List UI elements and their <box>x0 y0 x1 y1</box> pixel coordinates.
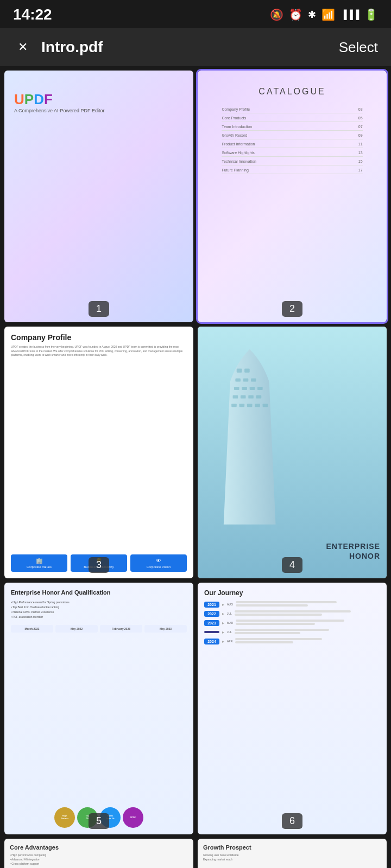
page-number-5: 5 <box>89 813 109 829</box>
journey-items: 2021 ▸ AUG 2022 ▸ JUL 2023 ▸ MAR <box>204 601 380 644</box>
svg-rect-17 <box>263 404 268 407</box>
svg-rect-10 <box>241 395 246 399</box>
cat-line-6: Software Highlights13 <box>222 151 362 157</box>
svg-rect-5 <box>234 387 239 390</box>
journey-row-1: 2021 ▸ AUG <box>204 601 380 608</box>
alarm-icon: ⏰ <box>289 8 302 21</box>
updf-subtitle: A Comprehensive AI-Powered PDF Editor <box>14 108 105 113</box>
cp-box-3: 👁 Corporate Vision <box>130 554 187 572</box>
svg-rect-14 <box>239 404 245 407</box>
partial-title-8: Growth Prospect <box>203 844 381 851</box>
partial-page-7[interactable]: Core Advantages • High performance compu… <box>4 839 193 868</box>
bluetooth-icon: ✱ <box>308 9 316 21</box>
svg-rect-9 <box>233 395 238 399</box>
year-2023-1: 2023 <box>204 620 219 626</box>
page-number-2: 2 <box>282 301 302 317</box>
cp-text: UPDF created the business from the very … <box>11 345 187 358</box>
catalogue-lines: Company Profile03 Core Products05 Team I… <box>222 107 362 174</box>
cat-line-4: Growth Record09 <box>222 133 362 139</box>
cat-line-2: Core Products05 <box>222 116 362 122</box>
ehq-title: Enterprise Honor And Qualification <box>11 589 187 596</box>
oj-title: Our Journey <box>204 589 380 597</box>
partial-page-8[interactable]: Growth Prospect Growing user base worldw… <box>198 839 387 868</box>
year-2022: 2022 <box>204 611 219 617</box>
page-thumb-4[interactable]: ENTERPRISEHONOR 4 <box>198 327 387 578</box>
cat-line-5: Product Information11 <box>222 142 362 148</box>
svg-rect-6 <box>242 387 247 390</box>
cp-title: Company Profile <box>11 333 187 342</box>
page-number-1: 1 <box>89 301 109 317</box>
page-thumb-6[interactable]: Our Journey 2021 ▸ AUG 2022 ▸ JUL 2023 ▸ <box>198 583 387 834</box>
journey-row-4: ▸ JUL <box>204 629 380 635</box>
page-number-4: 4 <box>282 557 302 573</box>
page-2-content: CATALOGUE Company Profile03 Core Product… <box>198 71 387 322</box>
journey-row-3: 2023 ▸ MAR <box>204 620 380 626</box>
svg-rect-3 <box>243 379 249 382</box>
svg-rect-7 <box>250 387 255 390</box>
catalogue-title: CATALOGUE <box>258 87 325 97</box>
svg-rect-16 <box>255 404 260 407</box>
badge-4: XPDF <box>123 807 143 828</box>
svg-rect-8 <box>257 387 263 390</box>
select-button[interactable]: Select <box>339 39 378 56</box>
year-2024: 2024 <box>204 639 219 644</box>
page-6-content: Our Journey 2021 ▸ AUG 2022 ▸ JUL 2023 ▸ <box>198 583 387 834</box>
svg-rect-1 <box>244 369 250 373</box>
cat-line-8: Future Planning17 <box>222 168 362 174</box>
svg-rect-12 <box>256 395 262 399</box>
page-number-6: 6 <box>282 813 302 829</box>
file-title: Intro.pdf <box>41 39 103 56</box>
ehq-lines: • High Performance award for Spring prom… <box>11 600 187 620</box>
svg-rect-15 <box>247 404 253 407</box>
partial-title-7: Core Advantages <box>10 844 188 851</box>
svg-rect-11 <box>248 395 254 399</box>
page-4-content: ENTERPRISEHONOR <box>198 327 387 578</box>
cat-line-3: Team Introduction07 <box>222 125 362 131</box>
enterprise-honor-title: ENTERPRISEHONOR <box>326 541 380 561</box>
signal-icon: ▐▐▐ <box>340 10 359 20</box>
page-thumb-2[interactable]: CATALOGUE Company Profile03 Core Product… <box>198 71 387 322</box>
cp-box-1: 🏢 Corporate Values <box>11 554 67 572</box>
battery-icon: 🔋 <box>364 8 378 21</box>
header-left: ✕ Intro.pdf <box>13 37 103 57</box>
badge-1: HighPartner <box>54 807 75 828</box>
status-icons: 🔕 ⏰ ✱ 📶 ▐▐▐ 🔋 <box>270 8 378 21</box>
svg-rect-0 <box>237 369 242 373</box>
status-bar: 14:22 🔕 ⏰ ✱ 📶 ▐▐▐ 🔋 <box>0 0 391 28</box>
header: ✕ Intro.pdf Select <box>0 28 391 66</box>
page-3-content: Company Profile UPDF created the busines… <box>4 327 193 578</box>
year-2021: 2021 <box>204 602 219 608</box>
wifi-icon: 📶 <box>321 8 335 21</box>
journey-row-2: 2022 ▸ JUL <box>204 610 380 617</box>
page-1-content: UPDF A Comprehensive AI-Powered PDF Edit… <box>4 71 193 322</box>
page-thumb-1[interactable]: UPDF A Comprehensive AI-Powered PDF Edit… <box>4 71 193 322</box>
eh-text: ENTERPRISEHONOR <box>326 541 380 561</box>
page-5-content: Enterprise Honor And Qualification • Hig… <box>4 583 193 834</box>
svg-rect-2 <box>235 379 241 382</box>
svg-rect-13 <box>231 404 237 407</box>
updf-logo: UPDF <box>14 91 53 108</box>
svg-rect-4 <box>251 379 256 382</box>
pages-grid: UPDF A Comprehensive AI-Powered PDF Edit… <box>0 66 391 839</box>
cat-line-7: Technical Innovation15 <box>222 159 362 165</box>
building-svg <box>198 327 301 540</box>
page-number-3: 3 <box>89 557 109 573</box>
ehq-table: March 2023 May 2022 February 2023 May 20… <box>11 625 187 633</box>
status-time: 14:22 <box>13 6 52 23</box>
close-button[interactable]: ✕ <box>13 37 33 57</box>
cat-line-1: Company Profile03 <box>222 107 362 113</box>
year-2023-2 <box>204 631 219 633</box>
page-thumb-3[interactable]: Company Profile UPDF created the busines… <box>4 327 193 578</box>
partial-pages: Core Advantages • High performance compu… <box>0 839 391 868</box>
mute-icon: 🔕 <box>270 8 283 21</box>
journey-row-5: 2024 ▸ APR <box>204 638 380 644</box>
page-thumb-5[interactable]: Enterprise Honor And Qualification • Hig… <box>4 583 193 834</box>
